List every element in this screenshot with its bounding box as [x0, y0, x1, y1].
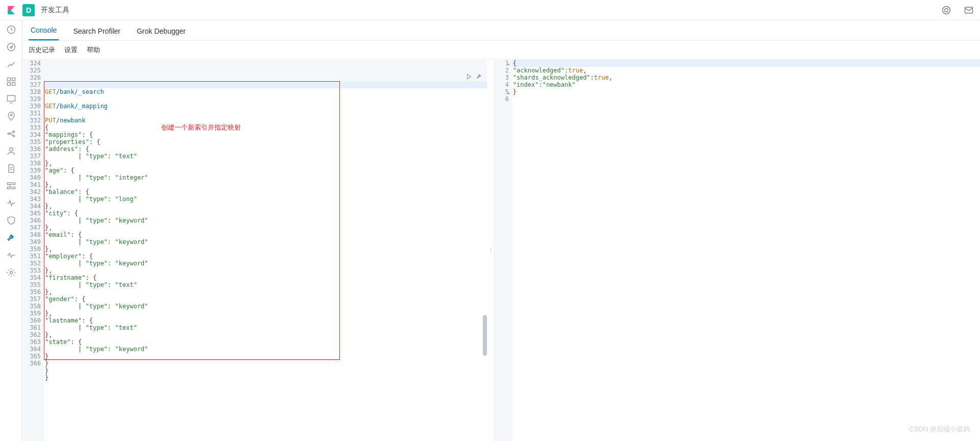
main: Console Search Profiler Grok Debugger 历史…	[22, 20, 980, 441]
dashboard-icon[interactable]	[6, 77, 16, 87]
svg-point-14	[9, 148, 13, 151]
subbar: 历史记录 设置 帮助	[22, 41, 980, 59]
editor-actions	[465, 73, 483, 80]
help-icon[interactable]	[941, 5, 951, 15]
maps-icon[interactable]	[6, 111, 16, 121]
svg-point-4	[7, 43, 15, 51]
svg-rect-15	[7, 183, 15, 184]
run-icon[interactable]	[465, 73, 473, 80]
svg-rect-8	[12, 83, 15, 86]
svg-point-0	[943, 6, 950, 14]
request-code[interactable]: GET /bank/_searchGET /bank/_mappingPUT /…	[44, 60, 487, 441]
editors: 3243253263273283293303313323333343353363…	[22, 59, 980, 441]
kibana-logo-icon	[6, 5, 16, 15]
mail-icon[interactable]	[964, 5, 974, 15]
svg-rect-2	[965, 7, 973, 13]
svg-point-10	[10, 114, 12, 116]
svg-rect-16	[7, 187, 15, 189]
siem-icon[interactable]	[6, 215, 16, 226]
svg-point-11	[8, 133, 9, 134]
discover-icon[interactable]	[6, 42, 16, 52]
svg-rect-5	[7, 78, 10, 81]
subbar-history[interactable]: 历史记录	[29, 45, 55, 55]
body: Console Search Profiler Grok Debugger 历史…	[0, 20, 980, 441]
svg-point-1	[945, 8, 948, 12]
management-icon[interactable]	[6, 267, 16, 278]
recent-icon[interactable]	[6, 24, 16, 35]
svg-rect-9	[7, 95, 15, 101]
metrics-icon[interactable]	[6, 146, 16, 156]
app-root: D 开发工具 Console Search Profiler	[0, 0, 980, 441]
svg-rect-6	[12, 78, 15, 81]
devtools-icon[interactable]	[6, 233, 16, 243]
svg-rect-7	[7, 83, 10, 86]
response-editor: 123456▾▴ { "acknowledged" : true, "shard…	[494, 60, 980, 441]
space-badge[interactable]: D	[22, 4, 35, 16]
request-editor[interactable]: 3243253263273283293303313323333343353363…	[22, 60, 487, 441]
watermark: CSDN @后端小菜鸡	[909, 425, 970, 434]
ml-icon[interactable]	[6, 129, 16, 139]
subbar-help[interactable]: 帮助	[87, 45, 100, 55]
logs-icon[interactable]	[6, 163, 16, 174]
splitter[interactable]: ⋮	[487, 60, 494, 441]
wrench-icon[interactable]	[476, 73, 483, 80]
uptime-icon[interactable]	[6, 198, 16, 208]
visualize-icon[interactable]	[6, 59, 16, 69]
monitoring-icon[interactable]	[6, 250, 16, 260]
subbar-settings[interactable]: 设置	[64, 45, 78, 55]
tab-search-profiler[interactable]: Search Profiler	[71, 22, 122, 40]
response-code[interactable]: { "acknowledged" : true, "shards_acknowl…	[512, 60, 980, 441]
request-gutter: 3243253263273283293303313323333343353363…	[22, 60, 44, 441]
apm-icon[interactable]	[6, 181, 16, 191]
topbar: D 开发工具	[0, 0, 980, 20]
svg-point-12	[13, 131, 14, 132]
svg-point-13	[13, 135, 14, 137]
breadcrumb-title: 开发工具	[41, 6, 69, 15]
tab-console[interactable]: Console	[29, 21, 59, 40]
svg-point-17	[10, 272, 12, 274]
sidebar	[0, 20, 22, 441]
canvas-icon[interactable]	[6, 94, 16, 104]
tab-grok-debugger[interactable]: Grok Debugger	[135, 22, 188, 40]
response-gutter: 123456▾▴	[495, 60, 512, 441]
tabs: Console Search Profiler Grok Debugger	[22, 20, 980, 41]
